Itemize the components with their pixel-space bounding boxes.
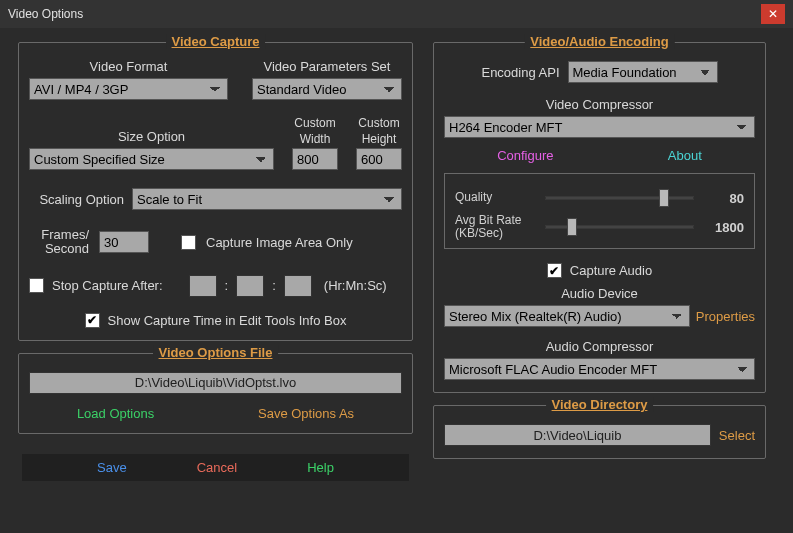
video-format-select[interactable]: AVI / MP4 / 3GP [29, 78, 228, 100]
panel-title-options-file: Video Options File [153, 345, 279, 360]
video-compressor-label: Video Compressor [546, 97, 653, 112]
custom-width-label1: Custom [294, 116, 335, 130]
panel-title-directory: Video Directory [546, 397, 654, 412]
encoding-api-label: Encoding API [481, 65, 559, 80]
video-format-label: Video Format [90, 59, 168, 74]
custom-height-label1: Custom [358, 116, 399, 130]
configure-link[interactable]: Configure [497, 148, 553, 163]
bitrate-label: Avg Bit Rate (KB/Sec) [455, 214, 535, 240]
fps-input[interactable] [99, 231, 149, 253]
window-title: Video Options [8, 7, 83, 21]
close-button[interactable]: ✕ [761, 4, 785, 24]
directory-path: D:\Video\Liquib [444, 424, 711, 446]
stop-hr-input[interactable] [189, 275, 217, 297]
capture-area-only-label: Capture Image Area Only [206, 235, 353, 250]
about-link[interactable]: About [668, 148, 702, 163]
save-options-as-link[interactable]: Save Options As [258, 406, 354, 421]
bitrate-value: 1800 [704, 220, 744, 235]
quality-value: 80 [704, 191, 744, 206]
options-file-path: D:\Video\Liquib\VidOptst.lvo [29, 372, 402, 394]
custom-height-label2: Height [362, 132, 397, 146]
encoding-api-select[interactable]: Media Foundation [568, 61, 718, 83]
quality-label: Quality [455, 191, 535, 204]
scaling-label: Scaling Option [29, 192, 124, 207]
select-directory-link[interactable]: Select [719, 428, 755, 443]
scaling-select[interactable]: Scale to Fit [132, 188, 402, 210]
save-button[interactable]: Save [97, 460, 127, 475]
footer-bar: Save Cancel Help [22, 454, 409, 481]
video-capture-panel: Video Capture Video Format AVI / MP4 / 3… [18, 42, 413, 341]
audio-properties-link[interactable]: Properties [696, 309, 755, 324]
help-button[interactable]: Help [307, 460, 334, 475]
audio-device-select[interactable]: Stereo Mix (Realtek(R) Audio) [444, 305, 690, 327]
sliders-box: Quality 80 Avg Bit Rate (KB/Sec) 1800 [444, 173, 755, 249]
audio-compressor-label: Audio Compressor [546, 339, 654, 354]
capture-audio-label: Capture Audio [570, 263, 652, 278]
capture-audio-checkbox[interactable] [547, 263, 562, 278]
params-set-select[interactable]: Standard Video [252, 78, 402, 100]
show-time-label: Show Capture Time in Edit Tools Info Box [108, 313, 347, 328]
panel-title-encoding: Video/Audio Encoding [524, 34, 674, 49]
stop-after-label: Stop Capture After: [52, 278, 163, 293]
cancel-button[interactable]: Cancel [197, 460, 237, 475]
load-options-link[interactable]: Load Options [77, 406, 154, 421]
capture-area-only-checkbox[interactable] [181, 235, 196, 250]
stop-after-checkbox[interactable] [29, 278, 44, 293]
stop-sc-input[interactable] [284, 275, 312, 297]
show-time-checkbox[interactable] [85, 313, 100, 328]
custom-height-input[interactable] [356, 148, 402, 170]
video-directory-panel: Video Directory D:\Video\Liquib Select [433, 405, 766, 459]
size-option-select[interactable]: Custom Specified Size [29, 148, 274, 170]
quality-slider[interactable] [545, 190, 694, 206]
params-set-label: Video Parameters Set [264, 59, 391, 74]
custom-width-label2: Width [300, 132, 331, 146]
stop-mn-input[interactable] [236, 275, 264, 297]
bitrate-slider[interactable] [545, 219, 694, 235]
title-bar: Video Options ✕ [0, 0, 793, 28]
encoding-panel: Video/Audio Encoding Encoding API Media … [433, 42, 766, 393]
close-icon: ✕ [768, 7, 778, 21]
fps-label2: Second [29, 242, 89, 256]
audio-device-label: Audio Device [561, 286, 638, 301]
fps-label1: Frames/ [29, 228, 89, 242]
options-file-panel: Video Options File D:\Video\Liquib\VidOp… [18, 353, 413, 434]
audio-compressor-select[interactable]: Microsoft FLAC Audio Encoder MFT [444, 358, 755, 380]
custom-width-input[interactable] [292, 148, 338, 170]
video-compressor-select[interactable]: H264 Encoder MFT [444, 116, 755, 138]
hms-label: (Hr:Mn:Sc) [324, 278, 387, 293]
size-option-label: Size Option [118, 129, 185, 144]
panel-title-capture: Video Capture [166, 34, 266, 49]
